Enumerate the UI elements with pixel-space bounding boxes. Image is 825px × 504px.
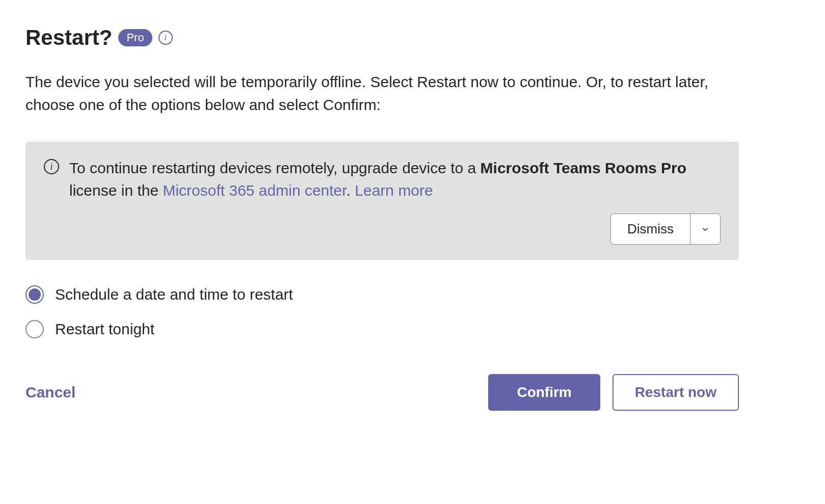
radio-label-schedule: Schedule a date and time to restart [55, 286, 293, 303]
banner-text-mid: license in the [69, 182, 163, 199]
pro-badge: Pro [118, 29, 152, 46]
chevron-down-icon [701, 225, 710, 234]
banner-actions: Dismiss [69, 214, 721, 245]
dialog-header: Restart? Pro i [25, 25, 739, 50]
admin-center-link[interactable]: Microsoft 365 admin center [163, 182, 346, 199]
restart-options: Schedule a date and time to restart Rest… [25, 285, 739, 338]
footer-buttons: Confirm Restart now [488, 374, 739, 411]
dismiss-dropdown-button[interactable] [690, 214, 721, 245]
upgrade-banner: i To continue restarting devices remotel… [25, 142, 739, 260]
banner-bold: Microsoft Teams Rooms Pro [481, 160, 687, 176]
banner-content: To continue restarting devices remotely,… [69, 157, 721, 245]
dialog-description: The device you selected will be temporar… [25, 70, 739, 116]
dialog-footer: Cancel Confirm Restart now [25, 374, 739, 411]
radio-dot [29, 288, 41, 301]
cancel-button[interactable]: Cancel [25, 384, 75, 401]
radio-label-tonight: Restart tonight [55, 321, 154, 338]
confirm-button[interactable]: Confirm [488, 374, 600, 411]
dismiss-split-button: Dismiss [610, 214, 721, 245]
radio-tonight[interactable]: Restart tonight [25, 320, 739, 338]
banner-text: To continue restarting devices remotely,… [69, 157, 721, 201]
banner-separator: . [347, 182, 355, 199]
restart-now-button[interactable]: Restart now [613, 374, 739, 411]
info-icon[interactable]: i [158, 31, 173, 45]
restart-dialog: Restart? Pro i The device you selected w… [25, 25, 739, 411]
banner-text-prefix: To continue restarting devices remotely,… [69, 160, 481, 176]
learn-more-link[interactable]: Learn more [355, 182, 433, 199]
info-icon: i [44, 159, 59, 174]
radio-indicator-selected [25, 285, 44, 304]
dismiss-button[interactable]: Dismiss [610, 214, 690, 245]
radio-indicator-unselected [25, 320, 44, 338]
radio-schedule[interactable]: Schedule a date and time to restart [25, 285, 739, 304]
dialog-title: Restart? [25, 25, 112, 50]
